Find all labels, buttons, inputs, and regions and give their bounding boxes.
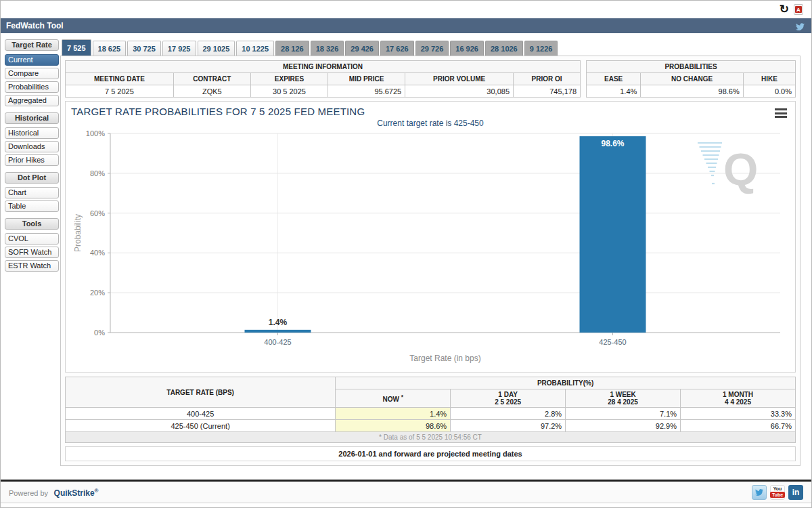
probability-bar-chart: 0%20%40%60%80%100%Q1.4%400-42598.6%425-4… <box>71 128 790 371</box>
prob-summary-col-hike: HIKE <box>743 73 795 85</box>
history-group-header-row: TARGET RATE (BPS)PROBABILITY(%) <box>66 377 796 389</box>
tab-29-426[interactable]: 29 426 <box>345 41 379 56</box>
tab-16-926[interactable]: 16 926 <box>450 41 484 56</box>
bar-400-425[interactable] <box>245 330 311 333</box>
sidebar-item-compare[interactable]: Compare <box>5 68 59 79</box>
history-value-425-450-current-1: 97.2% <box>451 420 566 432</box>
linkedin-icon[interactable]: in <box>788 485 803 500</box>
meeting-info-col-contract: CONTRACT <box>173 73 250 85</box>
tab-10-1225[interactable]: 10 1225 <box>236 41 274 56</box>
sidebar-item-prior-hikes[interactable]: Prior Hikes <box>5 154 59 166</box>
meeting-info-value-prior-volume: 30,085 <box>405 85 514 98</box>
prob-summary-value-ease: 1.4% <box>587 85 641 98</box>
history-row-400-425: 400-4251.4%2.8%7.1%33.3% <box>66 408 796 420</box>
twitter-bird-icon <box>754 488 764 496</box>
sidebar-item-downloads[interactable]: Downloads <box>5 141 59 152</box>
tab-29-726[interactable]: 29 726 <box>415 41 449 56</box>
meeting-info-value-prior-oi: 745,178 <box>514 85 581 98</box>
meeting-info-title-row: MEETING INFORMATION <box>66 61 581 73</box>
sidebar-item-estr-watch[interactable]: ESTR Watch <box>5 260 59 272</box>
history-value-400-425-1: 2.8% <box>451 408 566 420</box>
data-asof-footnote: * Data as of 5 5 2025 10:54:56 CT <box>66 432 796 443</box>
meeting-info-value-expires: 30 5 2025 <box>250 85 328 98</box>
registered-mark: ® <box>95 488 99 494</box>
history-rate-425-450-current: 425-450 (Current) <box>66 420 336 432</box>
twitter-icon[interactable] <box>795 21 805 30</box>
prob-summary-header-row: EASENO CHANGEHIKE <box>587 73 796 85</box>
history-value-425-450-current-2: 92.9% <box>566 420 681 432</box>
chart-panel: TARGET RATE PROBABILITIES FOR 7 5 2025 F… <box>65 101 796 373</box>
tab-7-525[interactable]: 7 525 <box>62 39 91 56</box>
tab-9-1226[interactable]: 9 1226 <box>524 41 558 56</box>
prob-summary-col-ease: EASE <box>587 73 641 85</box>
svg-text:40%: 40% <box>90 249 105 257</box>
history-rate-400-425: 400-425 <box>66 408 336 420</box>
social-icons: You Tube in <box>752 485 803 500</box>
chart-subtitle: Current target rate is 425-450 <box>71 119 790 128</box>
meeting-info-title: MEETING INFORMATION <box>66 61 581 73</box>
meeting-info-col-prior-volume: PRIOR VOLUME <box>405 73 514 85</box>
x-tick-425-450: 425-450 <box>599 338 626 346</box>
tab-18-326[interactable]: 18 326 <box>311 41 344 56</box>
sidebar-section-header-tools: Tools <box>5 218 59 230</box>
meeting-info-col-expires: EXPIRES <box>250 73 328 85</box>
history-value-400-425-2: 7.1% <box>566 408 681 420</box>
probability-history-table: TARGET RATE (BPS)PROBABILITY(%)NOW *1 DA… <box>65 377 796 443</box>
powered-by: Powered by QuikStrike® <box>9 486 98 499</box>
tab-17-626[interactable]: 17 626 <box>380 41 414 56</box>
sidebar-item-probabilities[interactable]: Probabilities <box>5 81 59 93</box>
meeting-info-col-meeting-date: MEETING DATE <box>66 73 174 85</box>
tab-29-1025[interactable]: 29 1025 <box>198 41 235 56</box>
tab-28-126[interactable]: 28 126 <box>275 41 309 56</box>
meeting-info-value-meeting-date: 7 5 2025 <box>66 85 174 98</box>
prob-summary-title-row: PROBABILITIES <box>587 61 796 73</box>
top-strip: ↻ A <box>1 1 811 18</box>
tab-28-1026[interactable]: 28 1026 <box>485 41 523 56</box>
quikstrike-link[interactable]: QuikStrike® <box>54 488 99 498</box>
powered-by-label: Powered by <box>9 489 48 497</box>
sidebar: Target RateCurrentCompareProbabilitiesAg… <box>5 39 59 274</box>
svg-text:100%: 100% <box>86 129 105 137</box>
pdf-icon-glyph: A <box>795 6 802 13</box>
tab-30-725[interactable]: 30 725 <box>127 41 161 56</box>
svg-text:80%: 80% <box>90 169 105 177</box>
main-panel: MEETING INFORMATIONMEETING DATECONTRACTE… <box>60 56 800 466</box>
meeting-info-value-contract: ZQK5 <box>173 85 250 98</box>
sidebar-item-aggregated[interactable]: Aggregated <box>5 95 59 106</box>
prob-summary-col-no-change: NO CHANGE <box>641 73 743 85</box>
x-axis-label: Target Rate (in bps) <box>409 354 480 363</box>
info-tables-row: MEETING INFORMATIONMEETING DATECONTRACTE… <box>65 60 796 98</box>
sidebar-item-historical[interactable]: Historical <box>5 127 59 139</box>
history-value-400-425-3: 33.3% <box>681 408 796 420</box>
svg-text:0%: 0% <box>94 329 105 337</box>
bar-425-450[interactable] <box>580 136 646 333</box>
pdf-export-icon[interactable]: A <box>794 4 803 15</box>
youtube-icon[interactable]: You Tube <box>770 485 785 500</box>
app-titlebar: FedWatch Tool <box>1 18 811 33</box>
history-value-400-425-0: 1.4% <box>336 408 451 420</box>
prob-summary-value-no-change: 98.6% <box>641 85 743 98</box>
history-row-425-450-current: 425-450 (Current)98.6%97.2%92.9%66.7% <box>66 420 796 432</box>
sidebar-section-header-target-rate: Target Rate <box>5 39 59 51</box>
history-col-1-day: 1 DAY 2 5 2025 <box>451 389 566 408</box>
quikstrike-brand: QuikStrike <box>54 488 95 498</box>
history-col-1-month: 1 MONTH 4 4 2025 <box>681 389 796 408</box>
chart-menu-icon[interactable] <box>775 108 787 120</box>
meeting-info-col-prior-oi: PRIOR OI <box>514 73 581 85</box>
twitter-social-icon[interactable] <box>752 485 767 500</box>
x-tick-400-425: 400-425 <box>264 338 291 346</box>
footer: Powered by QuikStrike® You Tube in <box>1 480 811 503</box>
history-col1-header: TARGET RATE (BPS) <box>66 377 336 408</box>
refresh-icon[interactable]: ↻ <box>780 3 789 16</box>
tab-18-625[interactable]: 18 625 <box>93 41 127 56</box>
sidebar-item-cvol[interactable]: CVOL <box>5 233 59 245</box>
sidebar-item-table[interactable]: Table <box>5 200 59 212</box>
sidebar-item-sofr-watch[interactable]: SOFR Watch <box>5 247 59 258</box>
history-value-425-450-current-3: 66.7% <box>681 420 796 432</box>
sidebar-item-chart[interactable]: Chart <box>5 187 59 198</box>
meeting-info-header-row: MEETING DATECONTRACTEXPIRESMID PRICEPRIO… <box>66 73 581 85</box>
sidebar-item-current[interactable]: Current <box>5 54 59 66</box>
svg-text:60%: 60% <box>90 209 105 217</box>
meeting-info-col-mid-price: MID PRICE <box>328 73 405 85</box>
tab-17-925[interactable]: 17 925 <box>162 41 196 56</box>
